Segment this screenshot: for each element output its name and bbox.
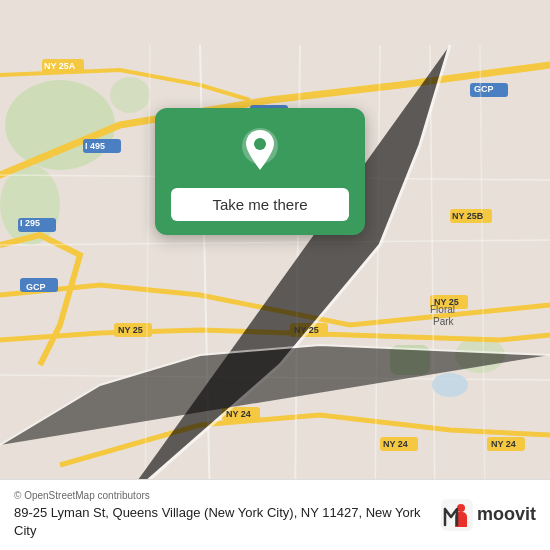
svg-point-46 [254,138,266,150]
svg-text:NY 25: NY 25 [294,325,319,335]
moovit-brand-name: moovit [477,504,536,525]
bottom-bar: © OpenStreetMap contributors 89-25 Lyman… [0,479,550,550]
address-section: © OpenStreetMap contributors 89-25 Lyman… [14,490,441,540]
svg-text:I 295: I 295 [20,218,40,228]
svg-point-3 [110,77,150,113]
take-me-there-button[interactable]: Take me there [171,188,349,221]
destination-address: 89-25 Lyman St, Queens Village (New York… [14,504,441,540]
svg-text:GCP: GCP [474,84,494,94]
svg-point-2 [0,165,60,245]
map-container: NY 25A I 495 I 495 I 295 GCP GCP NY 25 N… [0,0,550,550]
svg-text:Park: Park [433,316,455,327]
svg-text:NY 25B: NY 25B [452,211,484,221]
map-background: NY 25A I 495 I 495 I 295 GCP GCP NY 25 N… [0,0,550,550]
svg-text:NY 25: NY 25 [118,325,143,335]
svg-text:Floral: Floral [430,304,455,315]
svg-text:NY 25A: NY 25A [44,61,76,71]
svg-text:NY 24: NY 24 [226,409,251,419]
svg-point-28 [432,373,468,397]
location-pin-icon [234,126,286,178]
map-attribution: © OpenStreetMap contributors [14,490,441,501]
svg-text:GCP: GCP [26,282,46,292]
moovit-logo: moovit [441,499,536,531]
svg-text:NY 24: NY 24 [491,439,516,449]
svg-text:I 495: I 495 [85,141,105,151]
location-card: Take me there [155,108,365,235]
svg-point-1 [5,80,115,170]
moovit-icon [441,499,473,531]
svg-text:NY 24: NY 24 [383,439,408,449]
